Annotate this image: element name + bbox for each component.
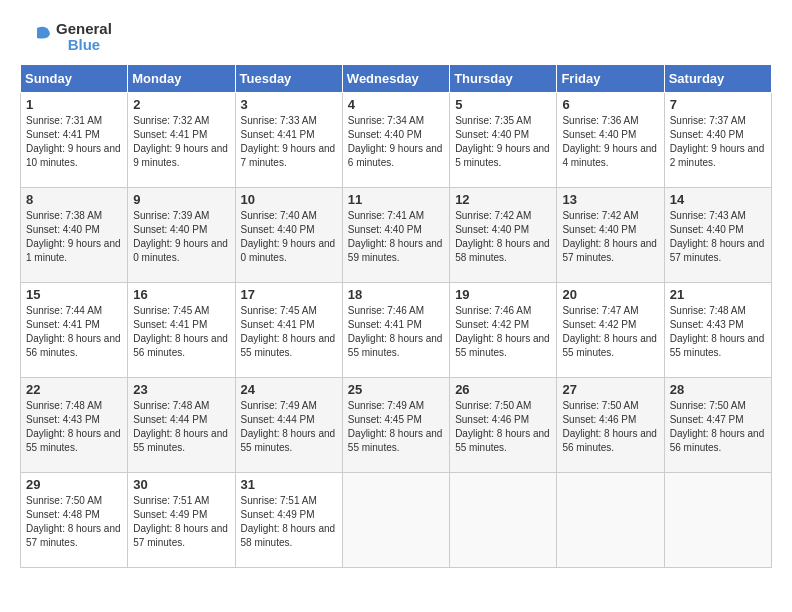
calendar-cell: 20 Sunrise: 7:47 AM Sunset: 4:42 PM Dayl… (557, 283, 664, 378)
day-info: Sunrise: 7:44 AM Sunset: 4:41 PM Dayligh… (26, 304, 122, 360)
day-number: 21 (670, 287, 766, 302)
logo-graphic (20, 20, 54, 54)
header: General Blue (20, 20, 772, 54)
day-info: Sunrise: 7:35 AM Sunset: 4:40 PM Dayligh… (455, 114, 551, 170)
day-number: 3 (241, 97, 337, 112)
calendar-cell: 8 Sunrise: 7:38 AM Sunset: 4:40 PM Dayli… (21, 188, 128, 283)
day-info: Sunrise: 7:32 AM Sunset: 4:41 PM Dayligh… (133, 114, 229, 170)
day-info: Sunrise: 7:46 AM Sunset: 4:41 PM Dayligh… (348, 304, 444, 360)
day-number: 8 (26, 192, 122, 207)
day-info: Sunrise: 7:50 AM Sunset: 4:46 PM Dayligh… (562, 399, 658, 455)
day-number: 27 (562, 382, 658, 397)
day-info: Sunrise: 7:31 AM Sunset: 4:41 PM Dayligh… (26, 114, 122, 170)
day-number: 7 (670, 97, 766, 112)
day-number: 4 (348, 97, 444, 112)
day-number: 14 (670, 192, 766, 207)
calendar-cell: 15 Sunrise: 7:44 AM Sunset: 4:41 PM Dayl… (21, 283, 128, 378)
day-header-friday: Friday (557, 65, 664, 93)
day-header-monday: Monday (128, 65, 235, 93)
calendar-cell: 26 Sunrise: 7:50 AM Sunset: 4:46 PM Dayl… (450, 378, 557, 473)
day-info: Sunrise: 7:34 AM Sunset: 4:40 PM Dayligh… (348, 114, 444, 170)
day-header-tuesday: Tuesday (235, 65, 342, 93)
calendar-cell: 19 Sunrise: 7:46 AM Sunset: 4:42 PM Dayl… (450, 283, 557, 378)
day-number: 1 (26, 97, 122, 112)
calendar-cell: 2 Sunrise: 7:32 AM Sunset: 4:41 PM Dayli… (128, 93, 235, 188)
calendar-cell: 14 Sunrise: 7:43 AM Sunset: 4:40 PM Dayl… (664, 188, 771, 283)
day-info: Sunrise: 7:43 AM Sunset: 4:40 PM Dayligh… (670, 209, 766, 265)
calendar-cell: 28 Sunrise: 7:50 AM Sunset: 4:47 PM Dayl… (664, 378, 771, 473)
day-number: 9 (133, 192, 229, 207)
calendar-cell: 3 Sunrise: 7:33 AM Sunset: 4:41 PM Dayli… (235, 93, 342, 188)
day-number: 16 (133, 287, 229, 302)
day-number: 12 (455, 192, 551, 207)
day-number: 2 (133, 97, 229, 112)
day-number: 10 (241, 192, 337, 207)
calendar-cell: 27 Sunrise: 7:50 AM Sunset: 4:46 PM Dayl… (557, 378, 664, 473)
day-info: Sunrise: 7:45 AM Sunset: 4:41 PM Dayligh… (241, 304, 337, 360)
day-info: Sunrise: 7:50 AM Sunset: 4:47 PM Dayligh… (670, 399, 766, 455)
day-number: 13 (562, 192, 658, 207)
day-info: Sunrise: 7:50 AM Sunset: 4:46 PM Dayligh… (455, 399, 551, 455)
calendar-cell: 13 Sunrise: 7:42 AM Sunset: 4:40 PM Dayl… (557, 188, 664, 283)
day-header-sunday: Sunday (21, 65, 128, 93)
calendar-cell: 11 Sunrise: 7:41 AM Sunset: 4:40 PM Dayl… (342, 188, 449, 283)
day-number: 28 (670, 382, 766, 397)
calendar-cell (450, 473, 557, 568)
calendar-cell (664, 473, 771, 568)
calendar-cell: 25 Sunrise: 7:49 AM Sunset: 4:45 PM Dayl… (342, 378, 449, 473)
day-info: Sunrise: 7:49 AM Sunset: 4:45 PM Dayligh… (348, 399, 444, 455)
day-info: Sunrise: 7:50 AM Sunset: 4:48 PM Dayligh… (26, 494, 122, 550)
calendar-cell: 23 Sunrise: 7:48 AM Sunset: 4:44 PM Dayl… (128, 378, 235, 473)
day-number: 30 (133, 477, 229, 492)
day-info: Sunrise: 7:47 AM Sunset: 4:42 PM Dayligh… (562, 304, 658, 360)
day-info: Sunrise: 7:46 AM Sunset: 4:42 PM Dayligh… (455, 304, 551, 360)
day-info: Sunrise: 7:38 AM Sunset: 4:40 PM Dayligh… (26, 209, 122, 265)
day-info: Sunrise: 7:45 AM Sunset: 4:41 PM Dayligh… (133, 304, 229, 360)
day-number: 11 (348, 192, 444, 207)
calendar-cell (557, 473, 664, 568)
calendar-cell (342, 473, 449, 568)
calendar-cell: 17 Sunrise: 7:45 AM Sunset: 4:41 PM Dayl… (235, 283, 342, 378)
day-header-saturday: Saturday (664, 65, 771, 93)
calendar-cell: 21 Sunrise: 7:48 AM Sunset: 4:43 PM Dayl… (664, 283, 771, 378)
calendar-cell: 31 Sunrise: 7:51 AM Sunset: 4:49 PM Dayl… (235, 473, 342, 568)
calendar-cell: 29 Sunrise: 7:50 AM Sunset: 4:48 PM Dayl… (21, 473, 128, 568)
day-info: Sunrise: 7:39 AM Sunset: 4:40 PM Dayligh… (133, 209, 229, 265)
day-number: 31 (241, 477, 337, 492)
day-number: 22 (26, 382, 122, 397)
day-info: Sunrise: 7:36 AM Sunset: 4:40 PM Dayligh… (562, 114, 658, 170)
day-info: Sunrise: 7:37 AM Sunset: 4:40 PM Dayligh… (670, 114, 766, 170)
day-number: 6 (562, 97, 658, 112)
day-number: 17 (241, 287, 337, 302)
calendar-cell: 6 Sunrise: 7:36 AM Sunset: 4:40 PM Dayli… (557, 93, 664, 188)
day-info: Sunrise: 7:42 AM Sunset: 4:40 PM Dayligh… (562, 209, 658, 265)
day-info: Sunrise: 7:51 AM Sunset: 4:49 PM Dayligh… (241, 494, 337, 550)
day-number: 15 (26, 287, 122, 302)
calendar-cell: 9 Sunrise: 7:39 AM Sunset: 4:40 PM Dayli… (128, 188, 235, 283)
calendar-cell: 4 Sunrise: 7:34 AM Sunset: 4:40 PM Dayli… (342, 93, 449, 188)
day-info: Sunrise: 7:48 AM Sunset: 4:43 PM Dayligh… (26, 399, 122, 455)
day-info: Sunrise: 7:40 AM Sunset: 4:40 PM Dayligh… (241, 209, 337, 265)
day-header-wednesday: Wednesday (342, 65, 449, 93)
day-info: Sunrise: 7:51 AM Sunset: 4:49 PM Dayligh… (133, 494, 229, 550)
calendar-cell: 18 Sunrise: 7:46 AM Sunset: 4:41 PM Dayl… (342, 283, 449, 378)
calendar-cell: 1 Sunrise: 7:31 AM Sunset: 4:41 PM Dayli… (21, 93, 128, 188)
day-number: 26 (455, 382, 551, 397)
calendar-cell: 5 Sunrise: 7:35 AM Sunset: 4:40 PM Dayli… (450, 93, 557, 188)
day-info: Sunrise: 7:48 AM Sunset: 4:43 PM Dayligh… (670, 304, 766, 360)
calendar-cell: 16 Sunrise: 7:45 AM Sunset: 4:41 PM Dayl… (128, 283, 235, 378)
day-number: 23 (133, 382, 229, 397)
day-info: Sunrise: 7:33 AM Sunset: 4:41 PM Dayligh… (241, 114, 337, 170)
day-number: 20 (562, 287, 658, 302)
day-info: Sunrise: 7:49 AM Sunset: 4:44 PM Dayligh… (241, 399, 337, 455)
calendar-cell: 30 Sunrise: 7:51 AM Sunset: 4:49 PM Dayl… (128, 473, 235, 568)
logo: General Blue (20, 20, 112, 54)
day-number: 24 (241, 382, 337, 397)
day-number: 25 (348, 382, 444, 397)
calendar-table: SundayMondayTuesdayWednesdayThursdayFrid… (20, 64, 772, 568)
calendar-cell: 12 Sunrise: 7:42 AM Sunset: 4:40 PM Dayl… (450, 188, 557, 283)
day-info: Sunrise: 7:41 AM Sunset: 4:40 PM Dayligh… (348, 209, 444, 265)
calendar-cell: 24 Sunrise: 7:49 AM Sunset: 4:44 PM Dayl… (235, 378, 342, 473)
day-info: Sunrise: 7:42 AM Sunset: 4:40 PM Dayligh… (455, 209, 551, 265)
calendar-cell: 22 Sunrise: 7:48 AM Sunset: 4:43 PM Dayl… (21, 378, 128, 473)
